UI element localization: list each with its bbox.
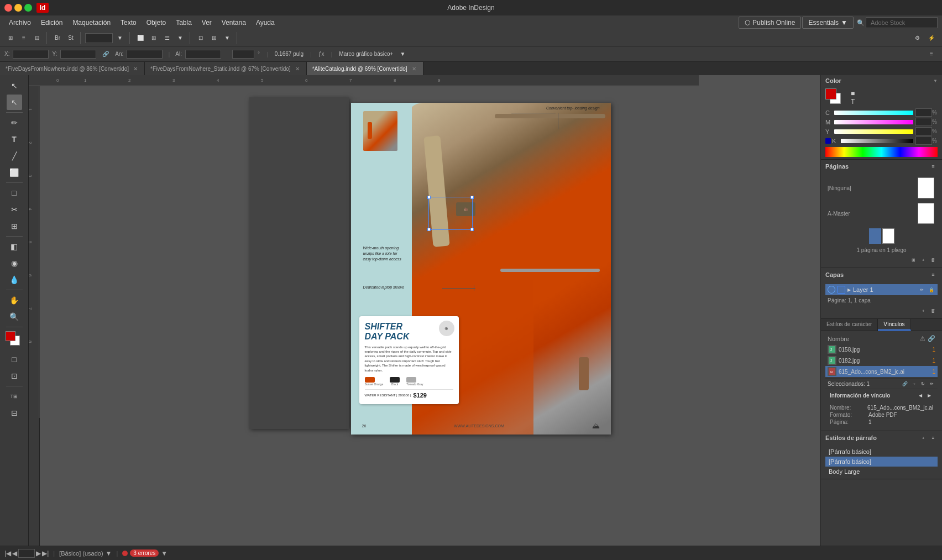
- y-input[interactable]: [60, 50, 96, 59]
- links-goto-btn[interactable]: →: [910, 380, 918, 388]
- para-styles-menu-btn[interactable]: ≡: [929, 433, 938, 442]
- select-tool[interactable]: ↖: [7, 78, 22, 93]
- tab-3-close[interactable]: ✕: [411, 65, 417, 72]
- tab-1-close[interactable]: ✕: [132, 65, 139, 72]
- angle-input[interactable]: 0: [232, 50, 254, 59]
- link-info-header[interactable]: Información de vínculo ◀ ▶: [825, 389, 938, 401]
- y-slider[interactable]: [834, 129, 913, 134]
- pages-options-btn[interactable]: ≡: [929, 162, 938, 171]
- arrange-dropdown[interactable]: ▼: [221, 32, 233, 44]
- rect-frame-tool[interactable]: ⬜: [7, 165, 22, 180]
- layers-menu-btn[interactable]: ≡: [929, 270, 938, 279]
- tab-links[interactable]: Vínculos: [878, 319, 910, 331]
- prev-page-btn[interactable]: ◀: [12, 549, 17, 557]
- menu-ayuda[interactable]: Ayuda: [252, 17, 279, 28]
- menu-ventana[interactable]: Ventana: [217, 17, 250, 28]
- settings-btn[interactable]: ⚙: [911, 32, 923, 44]
- type-tool[interactable]: T: [7, 132, 22, 147]
- stroke-icon[interactable]: T: [851, 98, 855, 106]
- layer-1-lock[interactable]: [838, 286, 845, 294]
- m-slider[interactable]: [834, 120, 913, 124]
- layers-delete-btn[interactable]: 🗑: [929, 306, 938, 315]
- layer-1-row[interactable]: ▶ Layer 1 ✏ 🔒: [825, 284, 938, 295]
- view-dropdown[interactable]: ▼: [174, 32, 186, 44]
- tab-2[interactable]: *FiveDaysFromNowhere_Static.indd @ 67% […: [145, 62, 307, 75]
- dist-btn[interactable]: ⊟: [31, 32, 43, 44]
- w-input[interactable]: [127, 50, 163, 59]
- menu-maquetacion[interactable]: Maquetación: [68, 17, 115, 28]
- gradient-tool[interactable]: ◧: [7, 239, 22, 254]
- style-body-large[interactable]: Body Large: [825, 467, 938, 477]
- color-spectrum[interactable]: [825, 147, 938, 157]
- m-input[interactable]: [915, 118, 932, 126]
- normal-mode-btn[interactable]: □: [7, 352, 22, 367]
- zoom-dropdown-btn[interactable]: ▼: [114, 32, 126, 44]
- first-page-btn[interactable]: |◀: [4, 549, 11, 557]
- layer-1-edit-btn[interactable]: ✏: [918, 286, 925, 294]
- align-btn[interactable]: ≡: [18, 32, 30, 44]
- layer-1-lock-icon[interactable]: 🔒: [928, 286, 935, 294]
- next-page-btn[interactable]: ▶: [36, 549, 41, 557]
- page-number-input[interactable]: 1: [18, 549, 35, 558]
- zoom-tool[interactable]: 🔍: [7, 309, 22, 325]
- rect-tool[interactable]: □: [7, 185, 22, 201]
- last-page-btn[interactable]: ▶|: [42, 549, 49, 557]
- pages-new-master-btn[interactable]: ⊞: [909, 255, 918, 264]
- pen-tool[interactable]: ✏: [7, 115, 22, 130]
- lightning-btn[interactable]: ⚡: [925, 32, 938, 44]
- links-edit-btn[interactable]: ✏: [928, 380, 935, 388]
- view-btn2[interactable]: ⊞: [148, 32, 160, 44]
- stock-search-input[interactable]: [866, 17, 938, 28]
- scissors-tool[interactable]: ✂: [7, 202, 22, 217]
- paragraph-styles-header[interactable]: Estilos de párrafo + ≡: [821, 431, 942, 444]
- essentials-button[interactable]: Essentials ▼: [802, 17, 854, 29]
- pages-new-page-btn[interactable]: +: [919, 255, 928, 264]
- layer-1-visibility[interactable]: [828, 286, 835, 294]
- bridge-btn[interactable]: Br: [51, 32, 64, 44]
- right-icon-btn[interactable]: ≡: [925, 48, 938, 60]
- h-input[interactable]: [185, 50, 221, 59]
- publish-online-button[interactable]: ⬡ Publish Online: [739, 17, 801, 29]
- errors-badge[interactable]: 3 errores: [130, 549, 159, 557]
- pages-delete-btn[interactable]: 🗑: [929, 255, 938, 264]
- maximize-button[interactable]: [24, 4, 32, 12]
- link-info-next[interactable]: ▶: [925, 391, 933, 399]
- errors-dropdown-btn[interactable]: ▼: [161, 549, 168, 557]
- zoom-input[interactable]: 69%: [85, 33, 113, 43]
- style-dropdown-btn[interactable]: ▼: [106, 549, 112, 557]
- menu-edicion[interactable]: Edición: [36, 17, 67, 28]
- c-input[interactable]: [915, 108, 932, 117]
- tab-3[interactable]: *AliteCatalog.indd @ 69% [Convertido] ✕: [307, 62, 423, 75]
- preview-mode-btn[interactable]: ⊡: [7, 368, 22, 384]
- view-btn1[interactable]: ⬜: [134, 32, 146, 44]
- style-parrafo-basico-1[interactable]: [Párrafo básico]: [825, 457, 938, 467]
- arrange-btn2[interactable]: ⊞: [208, 32, 220, 44]
- links-update-btn[interactable]: ↻: [919, 380, 927, 388]
- direct-select-tool[interactable]: ↖: [7, 95, 22, 110]
- pages-panel-header[interactable]: Páginas ≡: [821, 160, 942, 173]
- fill-tool[interactable]: ◉: [7, 255, 22, 271]
- menu-ver[interactable]: Ver: [197, 17, 216, 28]
- layers-panel-header[interactable]: Capas ≡: [821, 268, 942, 281]
- link-615[interactable]: AI 615_Ado...cons_BM2_jc.ai 1: [825, 366, 938, 377]
- fill-icon[interactable]: ■: [851, 90, 855, 97]
- line-tool[interactable]: ╱: [7, 148, 22, 164]
- page-thumb-2[interactable]: [882, 228, 894, 244]
- style-parrafo-basico-0[interactable]: [Párrafo básico]: [825, 447, 938, 457]
- c-slider[interactable]: [834, 111, 913, 115]
- minimize-button[interactable]: [14, 4, 22, 12]
- menu-archivo[interactable]: Archivo: [4, 17, 35, 28]
- menu-objeto[interactable]: Objeto: [142, 17, 170, 28]
- layer-1-expand[interactable]: ▶: [847, 287, 851, 292]
- para-styles-new-btn[interactable]: +: [919, 433, 928, 442]
- close-button[interactable]: [4, 4, 12, 12]
- k-slider[interactable]: [841, 139, 913, 143]
- view-btn3[interactable]: ☰: [161, 32, 173, 44]
- eyedropper-tool[interactable]: 💧: [7, 272, 22, 287]
- frame-grid-btn[interactable]: ⊟: [7, 405, 22, 421]
- hand-tool[interactable]: ✋: [7, 292, 22, 308]
- link-0182[interactable]: J 0182.jpg 1: [825, 355, 938, 366]
- layers-new-btn[interactable]: +: [919, 306, 928, 315]
- text-frame-btn[interactable]: T⊞: [7, 389, 22, 404]
- x-input[interactable]: [13, 50, 49, 59]
